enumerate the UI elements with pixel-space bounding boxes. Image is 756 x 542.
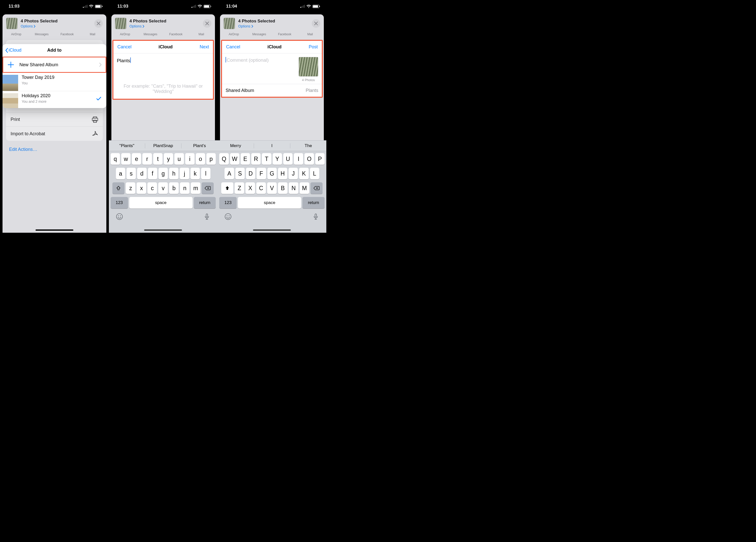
post-button[interactable]: Post [309,44,318,50]
key[interactable]: W [230,153,239,165]
space-key[interactable]: space [129,197,193,209]
key[interactable]: D [246,168,255,179]
key[interactable]: s [127,168,136,179]
key[interactable]: u [174,153,184,165]
key[interactable]: m [191,182,200,194]
key[interactable]: z [126,182,135,194]
keyboard[interactable]: "Plants" PlantSnap Plant's qwertyuiop as… [109,140,218,233]
app-facebook[interactable]: Facebook [274,33,295,38]
space-key[interactable]: space [238,197,301,209]
close-button[interactable] [203,19,211,28]
backspace-key[interactable] [310,182,323,194]
key[interactable]: A [225,168,234,179]
edit-actions-link[interactable]: Edit Actions… [3,143,106,156]
app-mail[interactable]: Mail [300,33,320,38]
key[interactable]: U [283,153,293,165]
key[interactable]: C [256,182,266,194]
app-messages[interactable]: Messages [249,33,270,38]
new-shared-album-row[interactable]: New Shared Album [3,57,106,72]
keyboard[interactable]: Merry I The QWERTYUIOP ASDFGHJKL ZXCVBNM… [217,140,326,233]
emoji-icon[interactable] [116,213,123,220]
key[interactable]: x [137,182,146,194]
shift-key[interactable] [221,182,233,194]
mic-icon[interactable] [312,213,319,220]
app-mail[interactable]: Mail [191,33,212,38]
album-list[interactable]: Tower Day 2019 You Holidays 2020 You and… [3,73,106,108]
app-mail[interactable]: Mail [82,33,103,38]
suggestion[interactable]: I [254,143,290,148]
key[interactable]: b [169,182,179,194]
key[interactable]: E [241,153,250,165]
next-button[interactable]: Next [200,44,209,50]
action-print[interactable]: Print [6,113,103,127]
key[interactable]: T [262,153,271,165]
app-messages[interactable]: Messages [140,33,161,38]
backspace-key[interactable] [202,182,214,194]
key[interactable]: F [257,168,266,179]
suggestion[interactable]: Merry [217,143,254,148]
key[interactable]: I [294,153,303,165]
numbers-key[interactable]: 123 [219,197,237,209]
key[interactable]: Z [235,182,244,194]
action-acrobat[interactable]: Import to Acrobat [6,127,103,141]
app-messages[interactable]: Messages [31,33,52,38]
album-row[interactable]: Tower Day 2019 You [3,73,106,91]
key[interactable]: o [196,153,205,165]
key[interactable]: j [180,168,189,179]
key[interactable]: O [304,153,314,165]
app-facebook[interactable]: Facebook [166,33,186,38]
album-row[interactable]: Holidays 2020 You and 2 more [3,91,106,108]
key[interactable]: K [299,168,308,179]
key[interactable]: c [147,182,157,194]
key[interactable]: Q [219,153,229,165]
key[interactable]: v [158,182,168,194]
app-airdrop[interactable]: AirDrop [6,33,26,38]
key[interactable]: L [310,168,319,179]
mic-icon[interactable] [203,213,210,220]
key[interactable]: i [185,153,195,165]
suggestion[interactable]: Plant's [181,143,217,148]
key[interactable]: X [245,182,255,194]
key[interactable]: V [267,182,277,194]
key[interactable]: y [164,153,173,165]
close-button[interactable] [312,19,320,28]
key[interactable]: B [278,182,288,194]
album-name-input[interactable]: Plants [113,53,213,84]
suggestion[interactable]: "Plants" [109,143,145,148]
key[interactable]: Y [273,153,282,165]
return-key[interactable]: return [302,197,325,209]
suggestion[interactable]: The [290,143,326,148]
suggestion-bar[interactable]: Merry I The [217,141,326,151]
back-button[interactable]: iCloud [5,48,21,53]
key[interactable]: n [180,182,190,194]
app-facebook[interactable]: Facebook [57,33,77,38]
key[interactable]: S [235,168,245,179]
key[interactable]: R [251,153,261,165]
options-link[interactable]: Options [130,24,200,28]
key[interactable]: p [206,153,216,165]
key[interactable]: N [289,182,298,194]
key[interactable]: P [315,153,325,165]
key[interactable]: h [169,168,178,179]
key[interactable]: M [300,182,309,194]
key[interactable]: w [121,153,131,165]
suggestion[interactable]: PlantSnap [145,143,181,148]
cancel-button[interactable]: Cancel [226,44,240,50]
shift-key[interactable] [112,182,124,194]
suggestion-bar[interactable]: "Plants" PlantSnap Plant's [109,141,218,151]
key[interactable]: r [142,153,152,165]
key[interactable]: a [116,168,125,179]
comment-input[interactable]: Comment (optional) [226,57,296,82]
key[interactable]: g [159,168,168,179]
key[interactable]: l [201,168,210,179]
cancel-button[interactable]: Cancel [117,44,132,50]
key[interactable]: q [111,153,120,165]
return-key[interactable]: return [194,197,216,209]
key[interactable]: f [148,168,157,179]
key[interactable]: d [137,168,146,179]
shared-album-row[interactable]: Shared Album Plants [222,84,322,97]
key[interactable]: t [153,153,163,165]
numbers-key[interactable]: 123 [111,197,128,209]
options-link[interactable]: Options [238,24,309,28]
key[interactable]: H [278,168,287,179]
